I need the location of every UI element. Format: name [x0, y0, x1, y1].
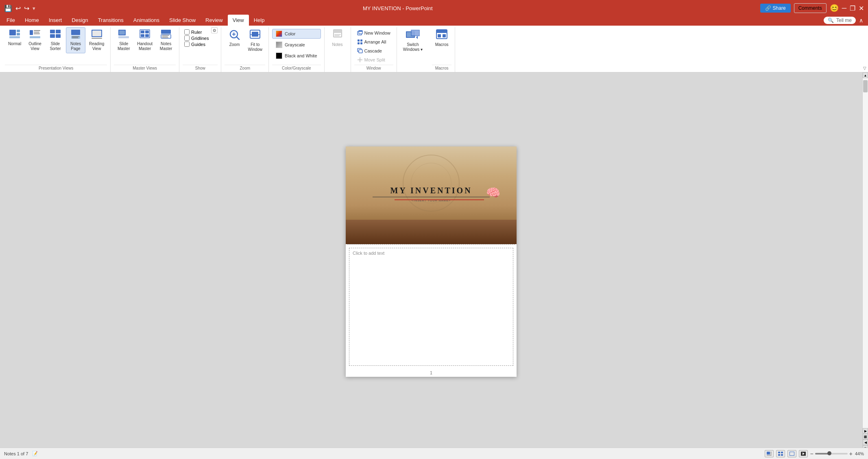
- move-split-icon: [357, 57, 363, 63]
- restore-button[interactable]: ❐: [850, 4, 855, 12]
- share-button[interactable]: 🔗 Share: [760, 4, 791, 13]
- menu-slideshow[interactable]: Slide Show: [164, 15, 201, 26]
- ribbon-expand-button[interactable]: ▽: [863, 66, 866, 70]
- tell-me-placeholder: Tell me: [836, 17, 852, 23]
- reading-view-button[interactable]: ReadingView: [86, 27, 107, 53]
- gridlines-checkbox[interactable]: Gridlines: [183, 35, 210, 41]
- macros-icon: [436, 29, 447, 42]
- svg-rect-3: [9, 36, 20, 38]
- normal-view-button[interactable]: Normal: [5, 27, 24, 48]
- status-normal-view[interactable]: [765, 450, 774, 451]
- gridlines-input[interactable]: [184, 35, 190, 41]
- macros-button[interactable]: Macros: [432, 27, 451, 49]
- expand-button[interactable]: ▶: [863, 428, 868, 434]
- scroll-track[interactable]: [863, 78, 868, 428]
- slide-thumbnail[interactable]: MY INVENTION <INSERT YOUR NAME> 🧠: [346, 146, 517, 244]
- zoom-button[interactable]: Zoom: [225, 27, 244, 49]
- handout-master-icon: [139, 29, 150, 41]
- notes-text-area[interactable]: Click to add text: [349, 248, 513, 366]
- minimize-button[interactable]: ─: [842, 4, 846, 12]
- menu-review[interactable]: Review: [201, 15, 228, 26]
- fit-to-window-button[interactable]: Fit toWindow: [245, 27, 265, 54]
- menu-animations[interactable]: Animations: [129, 15, 164, 26]
- status-slide-sorter-view[interactable]: [776, 450, 785, 451]
- bw-swatch: [276, 52, 282, 59]
- show-label: Show: [183, 65, 218, 70]
- slide-master-button[interactable]: SlideMaster: [114, 27, 133, 53]
- menu-insert[interactable]: Insert: [44, 15, 67, 26]
- scroll-up-button[interactable]: ▲: [863, 72, 868, 78]
- zoom-in-button[interactable]: +: [849, 450, 853, 451]
- svg-rect-22: [119, 31, 125, 35]
- status-slideshow-view[interactable]: [799, 450, 808, 451]
- notes-master-button[interactable]: NotesMaster: [156, 27, 176, 53]
- black-and-white-button[interactable]: Black and White: [272, 51, 321, 61]
- close-button[interactable]: ✕: [859, 4, 864, 12]
- show-dialog-button[interactable]: ⊙: [211, 27, 218, 33]
- svg-rect-25: [141, 31, 144, 33]
- menu-file[interactable]: File: [2, 15, 20, 26]
- slide-sorter-button[interactable]: SlideSorter: [46, 27, 65, 53]
- move-split-button[interactable]: Move Split: [354, 56, 388, 64]
- status-reading-view[interactable]: [787, 450, 796, 451]
- zoom-control[interactable]: − +: [810, 450, 853, 451]
- svg-rect-19: [92, 31, 101, 36]
- ruler-input[interactable]: [184, 29, 190, 35]
- notes-group: Notes: [325, 27, 351, 72]
- notes-master-icon: [160, 29, 172, 41]
- new-window-button[interactable]: New Window: [354, 29, 393, 37]
- master-views-group: SlideMaster HandoutMaster: [111, 27, 179, 72]
- expand-both-button[interactable]: ⬛: [863, 434, 868, 439]
- svg-rect-26: [145, 31, 149, 33]
- svg-rect-17: [72, 38, 79, 38]
- vertical-scrollbar[interactable]: ▲ ▶ ⬛ ◀ ▼: [862, 72, 868, 451]
- zoom-out-button[interactable]: −: [810, 450, 813, 451]
- outline-view-button[interactable]: OutlineView: [25, 27, 45, 53]
- svg-rect-12: [56, 34, 61, 38]
- zoom-icon: [229, 29, 240, 42]
- macros-label: Macros: [435, 42, 449, 47]
- brain-icon: 🧠: [486, 186, 500, 199]
- collapse-button[interactable]: ◀: [863, 439, 868, 445]
- zoom-label: Zoom: [229, 42, 240, 47]
- notes-page-label: NotesPage: [70, 42, 81, 51]
- arrange-all-button[interactable]: Arrange All: [354, 38, 389, 46]
- menu-help[interactable]: Help: [249, 15, 270, 26]
- zoom-group: Zoom Fit toWindow Zoom: [221, 27, 269, 72]
- menu-transitions[interactable]: Transitions: [93, 15, 129, 26]
- cascade-button[interactable]: Cascade: [354, 47, 385, 55]
- svg-rect-27: [141, 34, 144, 37]
- grayscale-button[interactable]: Grayscale: [272, 40, 321, 50]
- menu-view[interactable]: View: [228, 15, 249, 26]
- svg-rect-8: [30, 36, 40, 38]
- svg-rect-20: [92, 38, 102, 39]
- guides-input[interactable]: [184, 42, 190, 47]
- ribbon-collapse-button[interactable]: ∧: [859, 17, 863, 24]
- user-icon[interactable]: 😊: [830, 4, 839, 13]
- ruler-checkbox[interactable]: Ruler: [183, 29, 210, 35]
- svg-rect-33: [162, 37, 168, 38]
- handout-master-button[interactable]: HandoutMaster: [134, 27, 155, 53]
- color-button[interactable]: Color: [272, 29, 321, 39]
- comments-button[interactable]: Comments: [794, 3, 827, 13]
- switch-windows-button[interactable]: SwitchWindows ▾: [400, 27, 425, 54]
- normal-icon: [9, 29, 20, 41]
- svg-rect-29: [161, 30, 171, 34]
- outline-label: OutlineView: [28, 42, 41, 51]
- svg-rect-65: [443, 34, 446, 37]
- svg-line-35: [236, 37, 239, 39]
- window-group: New Window Arrange All: [351, 27, 397, 72]
- ruler-label: Ruler: [191, 30, 202, 35]
- status-bar: Notes 1 of 7 📝: [0, 448, 868, 451]
- notes-page-button[interactable]: NotesPage: [66, 27, 85, 53]
- guides-checkbox[interactable]: Guides: [183, 41, 210, 47]
- scroll-thumb[interactable]: [863, 80, 868, 92]
- svg-rect-48: [359, 31, 362, 32]
- master-views-label: Master Views: [114, 65, 176, 70]
- tell-me-box[interactable]: 🔍 Tell me: [824, 17, 856, 24]
- menu-home[interactable]: Home: [20, 15, 44, 26]
- notes-button[interactable]: Notes: [328, 27, 347, 49]
- menu-design[interactable]: Design: [67, 15, 93, 26]
- notes-icon: [332, 29, 343, 42]
- search-icon: 🔍: [828, 17, 834, 23]
